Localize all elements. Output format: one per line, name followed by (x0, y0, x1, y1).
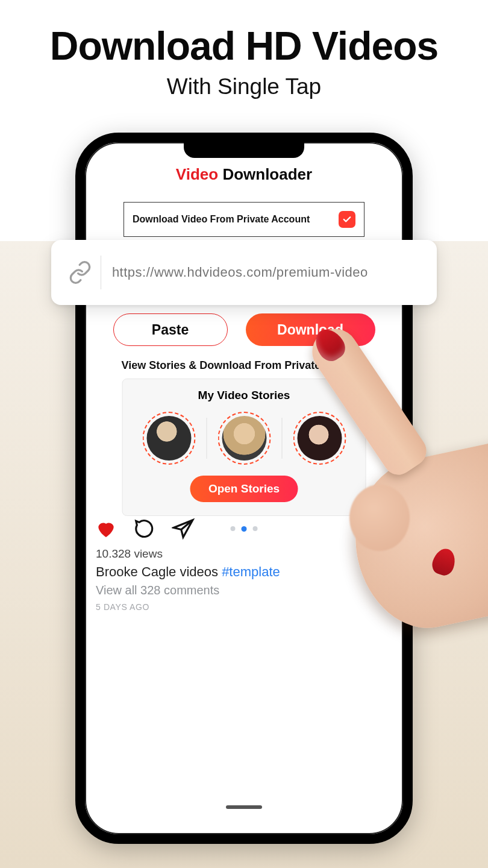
dot-active-icon (242, 526, 247, 532)
post-timestamp: 5 DAYS AGO (96, 602, 149, 612)
app-title-black: Downloader (218, 165, 312, 183)
share-icon[interactable] (172, 517, 195, 540)
comment-icon[interactable] (133, 517, 156, 540)
story-avatars-row (142, 412, 346, 465)
avatar-image (146, 416, 191, 461)
avatar-image (222, 416, 266, 461)
hero-subtitle: With Single Tap (0, 74, 488, 99)
caption-hashtag[interactable]: #template (222, 564, 280, 579)
action-row: Paste Download (85, 313, 403, 346)
stories-title: My Video Stories (198, 389, 290, 402)
view-comments-link[interactable]: View all 328 comments (96, 583, 219, 597)
url-input[interactable] (112, 265, 420, 280)
private-account-toggle[interactable]: Download Video From Private Account (124, 202, 364, 237)
feed-action-bar (95, 517, 393, 540)
hero-title: Download HD Videos (0, 25, 488, 67)
heart-icon[interactable] (95, 517, 117, 540)
app-title: Video Downloader (176, 165, 312, 184)
divider (281, 418, 282, 459)
views-count: 10.328 views (96, 547, 163, 561)
url-input-card[interactable] (51, 240, 437, 305)
hero: Download HD Videos With Single Tap (0, 0, 488, 99)
story-avatar[interactable] (217, 412, 271, 465)
phone-frame: Video Downloader Download Video From Pri… (75, 133, 413, 844)
link-icon (68, 260, 92, 285)
download-button[interactable]: Download (246, 313, 375, 346)
divider (101, 256, 101, 289)
stories-section-caption: View Stories & Download From Private Acc… (85, 359, 403, 372)
post-caption: Brooke Cagle videos #template (96, 564, 280, 580)
caption-author: Brooke Cagle videos (96, 564, 222, 579)
avatar-image (297, 416, 342, 461)
private-account-label: Download Video From Private Account (133, 214, 310, 225)
checkbox-checked-icon[interactable] (339, 211, 355, 228)
stories-card: My Video Stories Open Stories (122, 379, 366, 516)
home-indicator[interactable] (226, 805, 262, 809)
story-avatar[interactable] (293, 412, 346, 465)
app-title-red: Video (176, 165, 218, 183)
bookmark-icon[interactable] (355, 517, 378, 540)
dot-icon (253, 526, 258, 531)
divider (206, 418, 207, 459)
dot-icon (231, 526, 236, 531)
carousel-dots (231, 526, 258, 532)
open-stories-button[interactable]: Open Stories (190, 476, 298, 502)
story-avatar[interactable] (142, 412, 195, 465)
paste-button[interactable]: Paste (113, 313, 228, 346)
